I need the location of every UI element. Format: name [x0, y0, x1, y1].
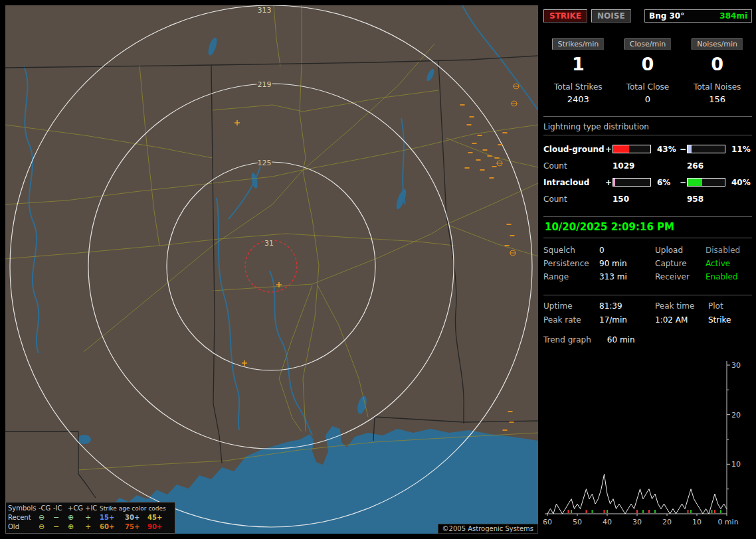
plus-sign: +	[605, 145, 613, 154]
legend-strike-symbol-icon: ⊖	[39, 513, 53, 522]
legend-age-code: 60+	[100, 522, 125, 532]
cg-minus-pct: 11%	[727, 145, 753, 154]
legend-strike-symbol-icon: ⊕	[68, 522, 85, 532]
noise-symbol	[467, 124, 472, 125]
legend-strike-symbol-icon: ⊕	[68, 513, 85, 522]
roads	[5, 5, 538, 470]
strike-button[interactable]: STRIKE	[543, 9, 587, 23]
total-close-value: 0	[613, 94, 683, 104]
legend-column-2: +CG	[68, 504, 85, 513]
cloud-ground-label: Cloud-ground	[543, 145, 605, 154]
copyright-label: ©2005 Astrogenic Systems	[438, 524, 538, 534]
ic-minus-count: 958	[687, 194, 727, 204]
stat-col-close: Close/min 0 Total Close 0	[613, 38, 683, 104]
noise-symbol	[495, 157, 500, 159]
receiver-label: Receiver	[655, 271, 706, 283]
strike-symbol	[235, 120, 240, 125]
stat-col-strikes: Strikes/min 1 Total Strikes 2403	[543, 38, 613, 104]
uptime-value: 81:39	[599, 301, 655, 312]
range-value: 313 mi	[599, 271, 655, 283]
legend-column-0: -CG	[39, 504, 53, 513]
noise-symbol	[510, 422, 514, 423]
legend-grid: Symbols-CG-IC+CG+ICStrike age color code…	[6, 502, 175, 533]
persistence-value: 90 min	[599, 258, 655, 270]
legend-column-1: -IC	[53, 504, 68, 513]
trend-graph-label: Trend graph	[543, 335, 591, 345]
total-strikes-label: Total Strikes	[543, 82, 613, 92]
status-grid: Squelch 0 Upload Disabled Persistence 90…	[543, 245, 752, 283]
cg-minus-count: 266	[687, 161, 727, 171]
trend-graph-value: 60 min	[607, 335, 635, 345]
cg-plus-pct: 43%	[652, 145, 679, 154]
noises-per-min-button[interactable]: Noises/min	[692, 38, 743, 50]
peak-rate-label: Peak rate	[543, 315, 599, 326]
ic-plus-count: 150	[613, 194, 652, 204]
map-legend: Symbols-CG-IC+CG+ICStrike age color code…	[5, 502, 175, 534]
cg-minus-bar	[687, 145, 725, 153]
status-right-2-value: Enabled	[706, 271, 752, 283]
status-right-1-value: Active	[706, 258, 752, 270]
noise-symbol	[488, 155, 492, 157]
cloud-ground-row: Cloud-ground + 43% − 11%	[543, 141, 752, 157]
noise-button[interactable]: NOISE	[591, 9, 631, 23]
legend-age-code: 90+	[147, 522, 174, 532]
panel-header: STRIKE NOISE Bng 30° 384mi	[543, 9, 752, 23]
legend-column-3: +IC	[85, 504, 100, 513]
close-per-min-value: 0	[613, 54, 683, 74]
range-label: Range	[543, 271, 599, 283]
upload-label: Upload	[655, 245, 706, 256]
intracloud-count-row: Count 150 958	[543, 191, 752, 207]
noise-symbol	[492, 166, 497, 167]
legend-row-label-0: Recent	[8, 513, 39, 522]
ring-label-inner: 125	[258, 159, 272, 167]
legend-strike-symbol-icon: +	[85, 513, 100, 522]
legend-age-code: 30+	[125, 513, 147, 522]
noises-per-min-value: 0	[682, 54, 752, 74]
stat-columns: Strikes/min 1 Total Strikes 2403 Close/m…	[543, 38, 752, 104]
noise-symbol	[468, 152, 473, 153]
minus-sign: −	[679, 145, 687, 154]
total-strikes-value: 2403	[543, 94, 613, 104]
bearing-box: Bng 30° 384mi	[644, 9, 752, 23]
map-symbols	[235, 84, 520, 431]
ic-plus-bar-fill	[613, 179, 615, 186]
persistence-label: Persistence	[543, 258, 599, 270]
close-range-ring	[245, 240, 297, 292]
noise-symbol	[490, 177, 494, 179]
noise-symbol	[480, 169, 485, 171]
close-per-min-button[interactable]: Close/min	[624, 38, 671, 50]
trend-x-label: 50	[573, 518, 582, 526]
strikes-per-min-button[interactable]: Strikes/min	[552, 38, 604, 50]
stat-col-noises: Noises/min 0 Total Noises 156	[682, 38, 752, 104]
legend-strike-symbol-icon: +	[85, 522, 100, 532]
noise-symbol	[503, 132, 508, 133]
uptime-label: Uptime	[543, 301, 599, 312]
trend-x-label: 30	[632, 518, 642, 526]
legend-strike-symbol-icon: −	[53, 522, 68, 532]
total-noises-value: 156	[682, 94, 752, 104]
trend-line	[547, 474, 727, 514]
squelch-value: 0	[599, 245, 655, 256]
squelch-label: Squelch	[543, 245, 599, 256]
session-grid: Uptime 81:39 Peak time Plot Peak rate 17…	[543, 301, 752, 326]
noise-symbol	[483, 149, 488, 151]
legend-header-symbols: Symbols	[8, 504, 39, 513]
noise-symbol	[470, 116, 474, 117]
trend-x-label: 0 min	[717, 518, 738, 526]
noise-symbol	[505, 245, 510, 246]
separator	[543, 116, 752, 117]
side-panel: STRIKE NOISE Bng 30° 384mi Strikes/min 1…	[543, 5, 752, 534]
cg-minus-bar-fill	[688, 145, 692, 153]
intracloud-label: Intracloud	[543, 178, 605, 187]
trend-graph: 3020106050403020100 min	[543, 357, 748, 528]
peak-rate-value: 17/min	[599, 315, 655, 326]
total-noises-label: Total Noises	[682, 82, 752, 92]
noise-symbol	[472, 143, 477, 144]
ring-label-outer: 313	[258, 6, 272, 15]
current-timestamp: 10/20/2025 2:09:16 PM	[543, 216, 752, 238]
noise-symbol	[510, 235, 515, 236]
noise-symbol	[498, 144, 503, 145]
map-canvas[interactable]: 313 219 125 31	[5, 5, 538, 534]
peak-time-value: 1:02 AM	[655, 315, 708, 326]
noise-symbol	[478, 135, 482, 136]
